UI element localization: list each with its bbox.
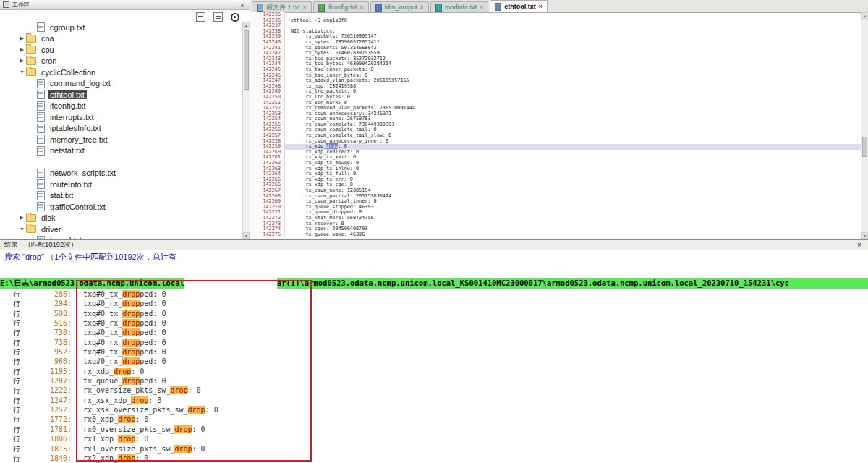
- close-icon[interactable]: ×: [359, 4, 363, 11]
- result-line-number: 1772:: [24, 415, 72, 424]
- collapse-all-icon[interactable]: [196, 12, 205, 22]
- result-row[interactable]: 行730:txq#0_tx_dropped: 0: [0, 328, 868, 337]
- editor-body[interactable]: 142235142236ethtool -S enp1s0f0142237142…: [250, 12, 861, 239]
- chevron-right-icon[interactable]: ▶: [18, 35, 26, 41]
- file-icon: [37, 112, 45, 122]
- chevron-right-icon[interactable]: ▶: [18, 58, 26, 64]
- close-icon[interactable]: ×: [480, 4, 483, 11]
- tree-file-cgroup-txt[interactable]: cgroup.txt: [0, 22, 243, 33]
- line-text: tx_added_vlan_packets: 205165957165: [285, 78, 861, 84]
- path-suffix: ar(1)\armod0523.odata.ncmp.unicom.local_…: [277, 279, 789, 287]
- result-row[interactable]: 行1806:rx1_xdp_drop: 0: [0, 434, 868, 443]
- result-row[interactable]: 行1815:rx1_oversize_pkts_sw_drop: 0: [0, 444, 868, 454]
- row-prefix: 行: [13, 396, 24, 405]
- tree-item-label: memory_free.txt: [48, 135, 109, 144]
- tree-folder-cna[interactable]: ▶cna: [0, 33, 243, 45]
- line-text: tx_nop: 232419588: [285, 84, 861, 90]
- scroll-down-icon[interactable]: ▼: [861, 232, 868, 239]
- result-line-number: 1247:: [24, 396, 72, 405]
- tab-modinfo-txt[interactable]: modinfo.txt×: [430, 1, 488, 12]
- line-text: rx_csum_unnecessary_inner: 0: [285, 139, 861, 145]
- results-header: 结果 - （匹配10192次） ×: [0, 240, 868, 250]
- match-highlight: drop: [118, 415, 135, 423]
- tree-file-command-log-txt[interactable]: command_log.txt: [0, 78, 243, 90]
- result-row[interactable]: 行1247:rx_xsk_xdp_drop: 0: [0, 396, 868, 405]
- tree-file-trafficcontrol-txt[interactable]: trafficControl.txt: [0, 201, 243, 213]
- editor: 新文件 1.txt×ifconfig.txt×fdm_output×modinf…: [250, 0, 868, 239]
- result-row[interactable]: 行1840:rx2_xdp_drop: 0: [0, 454, 868, 463]
- match-highlight: drop: [122, 310, 140, 318]
- result-row[interactable]: 行1772:rx0_xdp_drop: 0: [0, 415, 868, 424]
- tree-file-interrupts-txt[interactable]: interrupts.txt: [0, 111, 243, 123]
- tree-folder-driver[interactable]: ▼driver: [0, 224, 243, 235]
- result-row[interactable]: 行1195:rx_xdp_drop: 0: [0, 367, 868, 376]
- result-line-number: 960:: [24, 357, 72, 366]
- close-icon[interactable]: ×: [303, 4, 307, 11]
- line-text: rx_xdp_redirect: 0: [285, 150, 861, 156]
- scroll-up-icon[interactable]: ▲: [243, 22, 250, 28]
- row-prefix: 行: [13, 347, 24, 357]
- result-text: tx_queue_dropped: 0: [83, 376, 166, 386]
- row-prefix: 行: [13, 415, 24, 424]
- chevron-down-icon[interactable]: ▼: [18, 69, 26, 75]
- editor-scrollbar[interactable]: ▲ ▼: [861, 12, 868, 239]
- tree-folder-disk[interactable]: ▶disk: [0, 213, 243, 224]
- result-row[interactable]: 行960:txq#0_rx_dropped: 0: [0, 357, 868, 366]
- line-text: tx_tso_inner_packets: 0: [285, 67, 861, 73]
- match-highlight: drop: [122, 377, 140, 385]
- tree-file-stat-txt[interactable]: stat.txt: [0, 190, 243, 202]
- result-row[interactable]: 行294:txq#0_rx_dropped: 0: [0, 299, 868, 308]
- tree-file-ifconfig-txt[interactable]: ifconfig.txt: [0, 101, 243, 112]
- tab-label: ethtool.txt: [504, 3, 536, 10]
- file-icon: [37, 169, 45, 178]
- result-row[interactable]: 行1207:tx_queue_dropped: 0: [0, 376, 868, 386]
- row-prefix: 行: [13, 454, 24, 463]
- match-highlight: drop: [114, 368, 131, 375]
- tree-file-netstat-txt[interactable]: netstat.txt: [0, 145, 243, 157]
- result-row[interactable]: 行1252:rx_xsk_oversize_pkts_sw_drop: 0: [0, 405, 868, 415]
- result-text: txq#0_tx_dropped: 0: [83, 289, 166, 299]
- scroll-down-icon[interactable]: ▼: [243, 232, 250, 239]
- result-line-number: 730:: [24, 328, 72, 337]
- sync-folder-icon[interactable]: [213, 12, 223, 22]
- tree-file-memory-free-txt[interactable]: memory_free.txt: [0, 134, 243, 145]
- result-row[interactable]: 行286:txq#0_tx_dropped: 0: [0, 289, 868, 299]
- tree-folder-cpu[interactable]: ▶cpu: [0, 44, 243, 56]
- close-icon[interactable]: ×: [539, 3, 542, 10]
- result-line-number: 1207:: [24, 376, 72, 386]
- tab-fdm-output[interactable]: fdm_output×: [370, 1, 429, 12]
- scroll-up-icon[interactable]: ▲: [861, 12, 868, 19]
- result-file-path[interactable]: E:\日志\armod0523.odata.ncmp.unicom.locala…: [0, 278, 868, 289]
- match-highlight: drop: [174, 425, 192, 433]
- tab-ethtool-txt[interactable]: ethtool.txt×: [490, 0, 548, 12]
- result-row[interactable]: 行508:txq#0_tx_dropped: 0: [0, 309, 868, 318]
- tab-1-txt[interactable]: 新文件 1.txt×: [252, 1, 312, 12]
- line-number: 142275: [250, 232, 285, 238]
- tree-folder-cycliccollection[interactable]: ▼cyclicCollection: [0, 67, 243, 78]
- folder-icon: [26, 35, 36, 43]
- tree-file-ethtool-txt[interactable]: ethtool.txt: [0, 89, 243, 101]
- result-row[interactable]: 行738:txq#0_rx_dropped: 0: [0, 338, 868, 347]
- workspace-panel: 工作区 × cgroup.txt▶cna▶cpu▶cron▼cyclicColl…: [0, 0, 250, 239]
- result-row[interactable]: 行1222:rx_oversize_pkts_sw_drop: 0: [0, 386, 868, 395]
- tree-file-routeinfo-txt[interactable]: routeInfo.txt: [0, 179, 243, 190]
- tree-scrollbar[interactable]: ▲ ▼: [242, 22, 250, 239]
- chevron-right-icon[interactable]: ▶: [18, 47, 26, 53]
- chevron-right-icon[interactable]: ▶: [18, 215, 26, 221]
- scrollbar-thumb[interactable]: [862, 137, 867, 157]
- result-row[interactable]: 行1781:rx0_oversize_pkts_sw_drop: 0: [0, 425, 868, 434]
- close-icon[interactable]: ×: [420, 4, 424, 11]
- result-row[interactable]: 行516:txq#0_rx_dropped: 0: [0, 318, 868, 328]
- scrollbar-thumb[interactable]: [244, 30, 249, 90]
- censor-box: [184, 278, 277, 289]
- tab-ifconfig-txt[interactable]: ifconfig.txt×: [313, 1, 369, 12]
- result-row[interactable]: 行952:txq#0_tx_dropped: 0: [0, 347, 868, 357]
- locate-file-icon[interactable]: [231, 13, 239, 22]
- line-text: rx_lro_packets: 0: [285, 89, 861, 95]
- tree-file-network-scripts-txt[interactable]: network_scripts.txt: [0, 168, 243, 179]
- close-icon[interactable]: ×: [855, 241, 864, 249]
- tree-file-iptablesinfo-txt[interactable]: iptablesInfo.txt: [0, 123, 243, 135]
- close-icon[interactable]: ×: [238, 1, 247, 9]
- chevron-down-icon[interactable]: ▼: [18, 226, 26, 232]
- tree-folder-cron[interactable]: ▶cron: [0, 56, 243, 67]
